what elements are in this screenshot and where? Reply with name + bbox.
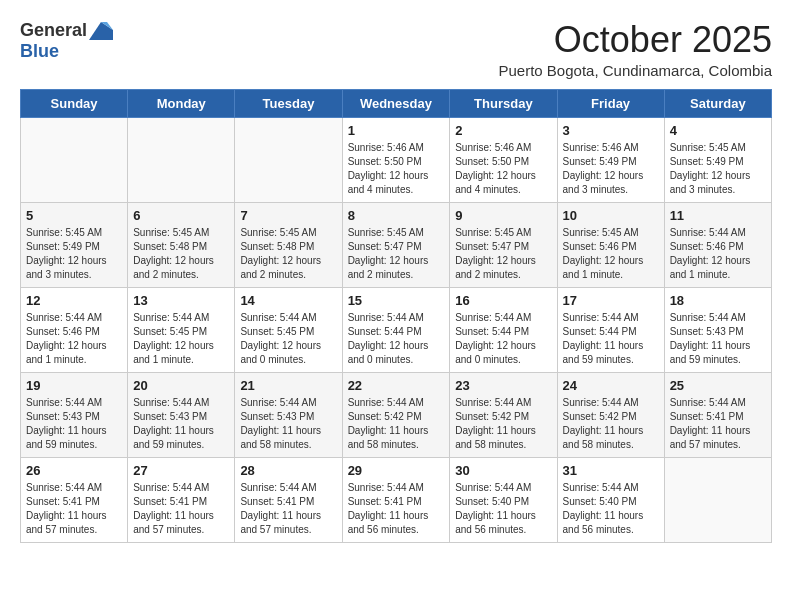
- week-row-2: 5Sunrise: 5:45 AM Sunset: 5:49 PM Daylig…: [21, 202, 772, 287]
- calendar-cell: 10Sunrise: 5:45 AM Sunset: 5:46 PM Dayli…: [557, 202, 664, 287]
- calendar-cell: 3Sunrise: 5:46 AM Sunset: 5:49 PM Daylig…: [557, 117, 664, 202]
- calendar-cell: 23Sunrise: 5:44 AM Sunset: 5:42 PM Dayli…: [450, 372, 557, 457]
- day-info: Sunrise: 5:44 AM Sunset: 5:44 PM Dayligh…: [455, 311, 551, 367]
- day-number: 4: [670, 123, 766, 138]
- calendar-cell: 4Sunrise: 5:45 AM Sunset: 5:49 PM Daylig…: [664, 117, 771, 202]
- day-info: Sunrise: 5:45 AM Sunset: 5:47 PM Dayligh…: [455, 226, 551, 282]
- day-number: 3: [563, 123, 659, 138]
- month-title: October 2025: [499, 20, 773, 60]
- calendar-cell: 24Sunrise: 5:44 AM Sunset: 5:42 PM Dayli…: [557, 372, 664, 457]
- calendar-cell: 6Sunrise: 5:45 AM Sunset: 5:48 PM Daylig…: [128, 202, 235, 287]
- calendar-cell: 20Sunrise: 5:44 AM Sunset: 5:43 PM Dayli…: [128, 372, 235, 457]
- logo-general-text: General: [20, 20, 87, 41]
- day-info: Sunrise: 5:44 AM Sunset: 5:43 PM Dayligh…: [133, 396, 229, 452]
- day-number: 11: [670, 208, 766, 223]
- day-info: Sunrise: 5:44 AM Sunset: 5:41 PM Dayligh…: [133, 481, 229, 537]
- calendar-cell: 11Sunrise: 5:44 AM Sunset: 5:46 PM Dayli…: [664, 202, 771, 287]
- day-number: 18: [670, 293, 766, 308]
- calendar-cell: 7Sunrise: 5:45 AM Sunset: 5:48 PM Daylig…: [235, 202, 342, 287]
- day-number: 5: [26, 208, 122, 223]
- day-info: Sunrise: 5:44 AM Sunset: 5:44 PM Dayligh…: [563, 311, 659, 367]
- calendar-cell: 8Sunrise: 5:45 AM Sunset: 5:47 PM Daylig…: [342, 202, 450, 287]
- day-info: Sunrise: 5:44 AM Sunset: 5:41 PM Dayligh…: [670, 396, 766, 452]
- calendar-cell: 9Sunrise: 5:45 AM Sunset: 5:47 PM Daylig…: [450, 202, 557, 287]
- day-number: 8: [348, 208, 445, 223]
- day-info: Sunrise: 5:44 AM Sunset: 5:42 PM Dayligh…: [348, 396, 445, 452]
- day-number: 27: [133, 463, 229, 478]
- day-number: 26: [26, 463, 122, 478]
- weekday-header-monday: Monday: [128, 89, 235, 117]
- calendar-cell: 18Sunrise: 5:44 AM Sunset: 5:43 PM Dayli…: [664, 287, 771, 372]
- day-number: 13: [133, 293, 229, 308]
- calendar-cell: 17Sunrise: 5:44 AM Sunset: 5:44 PM Dayli…: [557, 287, 664, 372]
- day-number: 20: [133, 378, 229, 393]
- calendar-cell: 27Sunrise: 5:44 AM Sunset: 5:41 PM Dayli…: [128, 457, 235, 542]
- day-info: Sunrise: 5:46 AM Sunset: 5:50 PM Dayligh…: [455, 141, 551, 197]
- day-number: 31: [563, 463, 659, 478]
- calendar-cell: 22Sunrise: 5:44 AM Sunset: 5:42 PM Dayli…: [342, 372, 450, 457]
- logo: General Blue: [20, 20, 113, 62]
- day-number: 16: [455, 293, 551, 308]
- day-info: Sunrise: 5:46 AM Sunset: 5:50 PM Dayligh…: [348, 141, 445, 197]
- logo-blue-text: Blue: [20, 41, 59, 62]
- day-info: Sunrise: 5:44 AM Sunset: 5:42 PM Dayligh…: [455, 396, 551, 452]
- calendar-cell: [235, 117, 342, 202]
- day-number: 30: [455, 463, 551, 478]
- weekday-header-saturday: Saturday: [664, 89, 771, 117]
- day-number: 1: [348, 123, 445, 138]
- day-number: 10: [563, 208, 659, 223]
- day-info: Sunrise: 5:44 AM Sunset: 5:44 PM Dayligh…: [348, 311, 445, 367]
- weekday-header-sunday: Sunday: [21, 89, 128, 117]
- logo-icon: [89, 22, 113, 40]
- weekday-header-thursday: Thursday: [450, 89, 557, 117]
- day-number: 24: [563, 378, 659, 393]
- title-block: October 2025 Puerto Bogota, Cundinamarca…: [499, 20, 773, 79]
- calendar-table: SundayMondayTuesdayWednesdayThursdayFrid…: [20, 89, 772, 543]
- day-info: Sunrise: 5:44 AM Sunset: 5:41 PM Dayligh…: [26, 481, 122, 537]
- day-info: Sunrise: 5:44 AM Sunset: 5:40 PM Dayligh…: [563, 481, 659, 537]
- day-number: 28: [240, 463, 336, 478]
- calendar-cell: 31Sunrise: 5:44 AM Sunset: 5:40 PM Dayli…: [557, 457, 664, 542]
- day-number: 21: [240, 378, 336, 393]
- day-number: 7: [240, 208, 336, 223]
- day-info: Sunrise: 5:44 AM Sunset: 5:43 PM Dayligh…: [240, 396, 336, 452]
- calendar-cell: 16Sunrise: 5:44 AM Sunset: 5:44 PM Dayli…: [450, 287, 557, 372]
- day-info: Sunrise: 5:44 AM Sunset: 5:41 PM Dayligh…: [348, 481, 445, 537]
- day-number: 23: [455, 378, 551, 393]
- calendar-cell: 5Sunrise: 5:45 AM Sunset: 5:49 PM Daylig…: [21, 202, 128, 287]
- week-row-1: 1Sunrise: 5:46 AM Sunset: 5:50 PM Daylig…: [21, 117, 772, 202]
- calendar-cell: 2Sunrise: 5:46 AM Sunset: 5:50 PM Daylig…: [450, 117, 557, 202]
- day-number: 2: [455, 123, 551, 138]
- weekday-header-friday: Friday: [557, 89, 664, 117]
- calendar-cell: 21Sunrise: 5:44 AM Sunset: 5:43 PM Dayli…: [235, 372, 342, 457]
- day-info: Sunrise: 5:46 AM Sunset: 5:49 PM Dayligh…: [563, 141, 659, 197]
- calendar-cell: 28Sunrise: 5:44 AM Sunset: 5:41 PM Dayli…: [235, 457, 342, 542]
- day-info: Sunrise: 5:44 AM Sunset: 5:42 PM Dayligh…: [563, 396, 659, 452]
- day-info: Sunrise: 5:45 AM Sunset: 5:47 PM Dayligh…: [348, 226, 445, 282]
- day-info: Sunrise: 5:44 AM Sunset: 5:46 PM Dayligh…: [26, 311, 122, 367]
- weekday-header-tuesday: Tuesday: [235, 89, 342, 117]
- day-number: 15: [348, 293, 445, 308]
- week-row-3: 12Sunrise: 5:44 AM Sunset: 5:46 PM Dayli…: [21, 287, 772, 372]
- day-info: Sunrise: 5:44 AM Sunset: 5:40 PM Dayligh…: [455, 481, 551, 537]
- calendar-cell: 30Sunrise: 5:44 AM Sunset: 5:40 PM Dayli…: [450, 457, 557, 542]
- calendar-cell: 14Sunrise: 5:44 AM Sunset: 5:45 PM Dayli…: [235, 287, 342, 372]
- page-header: General Blue October 2025 Puerto Bogota,…: [20, 20, 772, 79]
- day-info: Sunrise: 5:44 AM Sunset: 5:45 PM Dayligh…: [133, 311, 229, 367]
- day-number: 9: [455, 208, 551, 223]
- calendar-cell: 12Sunrise: 5:44 AM Sunset: 5:46 PM Dayli…: [21, 287, 128, 372]
- weekday-header-wednesday: Wednesday: [342, 89, 450, 117]
- calendar-cell: 19Sunrise: 5:44 AM Sunset: 5:43 PM Dayli…: [21, 372, 128, 457]
- day-info: Sunrise: 5:45 AM Sunset: 5:48 PM Dayligh…: [133, 226, 229, 282]
- calendar-cell: 29Sunrise: 5:44 AM Sunset: 5:41 PM Dayli…: [342, 457, 450, 542]
- calendar-cell: 15Sunrise: 5:44 AM Sunset: 5:44 PM Dayli…: [342, 287, 450, 372]
- calendar-cell: 1Sunrise: 5:46 AM Sunset: 5:50 PM Daylig…: [342, 117, 450, 202]
- day-info: Sunrise: 5:45 AM Sunset: 5:49 PM Dayligh…: [670, 141, 766, 197]
- day-info: Sunrise: 5:44 AM Sunset: 5:46 PM Dayligh…: [670, 226, 766, 282]
- calendar-cell: 26Sunrise: 5:44 AM Sunset: 5:41 PM Dayli…: [21, 457, 128, 542]
- day-number: 17: [563, 293, 659, 308]
- day-number: 25: [670, 378, 766, 393]
- day-info: Sunrise: 5:44 AM Sunset: 5:41 PM Dayligh…: [240, 481, 336, 537]
- day-info: Sunrise: 5:45 AM Sunset: 5:48 PM Dayligh…: [240, 226, 336, 282]
- calendar-cell: 13Sunrise: 5:44 AM Sunset: 5:45 PM Dayli…: [128, 287, 235, 372]
